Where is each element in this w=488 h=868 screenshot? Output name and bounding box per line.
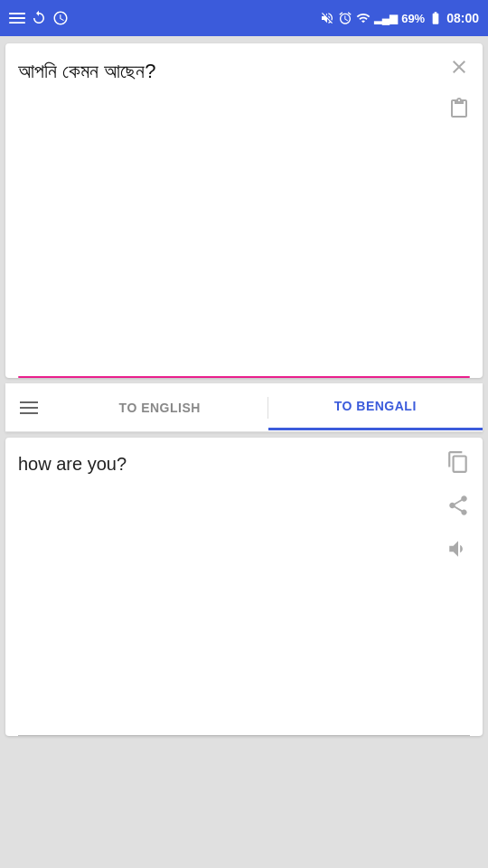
output-underline [18, 735, 470, 736]
paste-button[interactable] [445, 94, 474, 127]
output-area: how are you? [5, 438, 483, 736]
tab-bar: TO ENGLISH TO BENGALI [5, 383, 483, 432]
menu-line-3 [20, 412, 38, 414]
speaker-icon [446, 537, 470, 561]
menu-line-2 [20, 407, 38, 409]
tab-to-bengali[interactable]: TO BENGALI [268, 384, 483, 430]
copy-button[interactable] [443, 447, 474, 481]
svg-rect-1 [9, 17, 25, 19]
input-area: আপনি কেমন আছেন? [5, 43, 483, 378]
tab-to-english[interactable]: TO ENGLISH [52, 386, 267, 429]
clock-icon [52, 10, 69, 26]
status-left-icons [9, 10, 69, 26]
clear-button[interactable] [445, 52, 474, 85]
signal-strength: ▂▄▆ [374, 12, 399, 24]
refresh-icon [31, 10, 47, 26]
share-icon [446, 494, 470, 517]
copy-icon [446, 450, 470, 474]
share-button[interactable] [443, 490, 474, 524]
battery-percentage: 69% [401, 12, 425, 25]
alarm-icon [338, 11, 352, 25]
tts-button[interactable] [443, 533, 474, 568]
input-underline [18, 376, 470, 378]
mute-icon [320, 11, 334, 25]
menu-line-1 [20, 401, 38, 403]
status-right-info: ▂▄▆ 69% 08:00 [320, 11, 479, 25]
status-bar: ▂▄▆ 69% 08:00 [0, 0, 488, 36]
hamburger-menu-button[interactable] [5, 401, 52, 414]
close-icon [448, 56, 470, 78]
output-action-buttons [443, 447, 474, 568]
svg-rect-0 [9, 13, 25, 14]
clipboard-icon [448, 98, 470, 119]
output-text: how are you? [18, 450, 470, 477]
time-display: 08:00 [446, 11, 479, 25]
input-text[interactable]: আপনি কেমন আছেন? [18, 56, 470, 86]
wifi-icon [356, 11, 371, 25]
menu-icon [9, 10, 25, 26]
battery-icon [428, 11, 443, 25]
input-action-buttons [445, 52, 474, 127]
svg-rect-2 [9, 22, 25, 24]
